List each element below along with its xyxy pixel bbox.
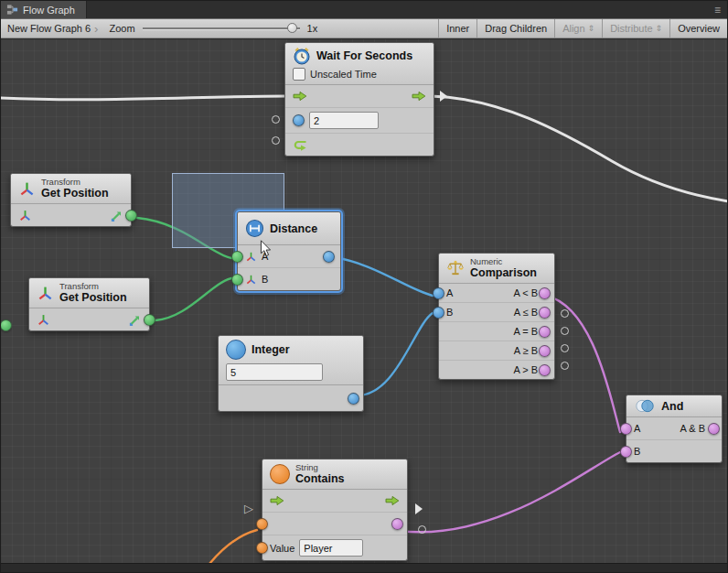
- a-gt-b-port[interactable]: [539, 364, 551, 376]
- window-title: Flow Graph: [23, 5, 75, 16]
- position-output-port[interactable]: [144, 314, 155, 326]
- unscaled-time-checkbox[interactable]: Unscaled Time: [293, 68, 426, 81]
- bottom-strip: [1, 563, 727, 572]
- node-category: Transform: [41, 178, 109, 187]
- flow-in-port-icon[interactable]: [293, 91, 307, 102]
- wire-boolean-contains: [400, 452, 620, 532]
- a-lt-b-port[interactable]: [539, 287, 551, 299]
- seconds-input[interactable]: [309, 112, 379, 129]
- unconnected-ring[interactable]: [561, 309, 569, 318]
- flow-wire-arrow-icon: [415, 503, 423, 514]
- value-input[interactable]: [299, 539, 363, 557]
- distribute-button[interactable]: Distribute⇕: [602, 19, 669, 38]
- seconds-port[interactable]: [293, 114, 305, 126]
- comparison-input-a-port[interactable]: [433, 287, 444, 299]
- zoom-slider[interactable]: [143, 19, 300, 38]
- wire-number-integer: [356, 313, 433, 395]
- distance-output-port[interactable]: [323, 251, 335, 263]
- position-output-port[interactable]: [125, 210, 137, 222]
- flow-graph-icon: [6, 4, 18, 16]
- node-title: Wait For Seconds: [316, 49, 412, 62]
- distribute-dropdown-icon: ⇕: [656, 25, 663, 33]
- wire-number-distance: [330, 256, 433, 296]
- a-eq-b-port[interactable]: [539, 326, 551, 338]
- integer-output-port[interactable]: [348, 393, 359, 405]
- node-title: Get Position: [59, 291, 127, 304]
- node-wait-for-seconds[interactable]: Wait For Seconds Unscaled Time: [284, 42, 434, 157]
- wire-vector-bottom: [155, 278, 231, 320]
- breadcrumb[interactable]: New Flow Graph 6: [1, 23, 94, 34]
- value-label: Value: [270, 543, 294, 554]
- unconnected-ring[interactable]: [561, 362, 569, 370]
- zoom-slider-handle[interactable]: [287, 23, 297, 33]
- node-and[interactable]: And A A & B B: [626, 395, 723, 463]
- transform-input-icon[interactable]: [37, 313, 50, 327]
- flow-out-port-icon[interactable]: [412, 91, 426, 102]
- wire-flow-in: [1, 96, 288, 100]
- distance-input-b-port[interactable]: [231, 274, 243, 286]
- flow-in-port-icon[interactable]: [270, 495, 284, 506]
- vector-output-icon: [128, 313, 142, 327]
- and-input-b-port[interactable]: [620, 446, 632, 458]
- unconnected-ring[interactable]: [272, 136, 280, 145]
- string-target-port[interactable]: [256, 518, 268, 530]
- node-distance[interactable]: Distance A B: [237, 211, 341, 291]
- unconnected-ring[interactable]: [561, 327, 569, 335]
- return-flow-port-icon[interactable]: [293, 139, 307, 151]
- a-lte-b-port[interactable]: [539, 307, 551, 319]
- node-category: Numeric: [470, 257, 537, 266]
- mouse-cursor: [260, 240, 272, 258]
- wire-boolean-comparison: [546, 296, 620, 432]
- comparison-input-b-port[interactable]: [433, 307, 444, 319]
- contains-output-port[interactable]: [391, 518, 403, 530]
- and-input-a-port[interactable]: [620, 423, 632, 435]
- value-input-port[interactable]: [256, 542, 268, 554]
- node-title: Integer: [252, 343, 290, 356]
- venn-icon: [634, 399, 656, 413]
- vector-icon: [245, 274, 257, 286]
- node-integer[interactable]: Integer: [218, 335, 364, 412]
- unconnected-ring[interactable]: [561, 344, 569, 352]
- integer-icon: [226, 340, 246, 360]
- node-get-position-bottom[interactable]: Transform Get Position: [28, 277, 150, 331]
- flow-out-port-icon[interactable]: [385, 495, 400, 506]
- distance-input-a-port[interactable]: [231, 251, 243, 263]
- node-title: Comparison: [470, 266, 537, 279]
- flow-wire-arrow-icon: [440, 91, 447, 102]
- unconnected-ring[interactable]: [418, 525, 426, 534]
- graph-toolbar: New Flow Graph 6 › Zoom 1x Inner Drag Ch…: [1, 18, 727, 38]
- wire-string-bottom: [206, 530, 257, 563]
- transform-input-icon[interactable]: [18, 209, 32, 222]
- drag-children-button[interactable]: Drag Children: [476, 19, 554, 38]
- node-numeric-comparison[interactable]: Numeric Comparison A A < B B A ≤ B A = B: [438, 253, 555, 380]
- tab-flow-graph[interactable]: Flow Graph: [1, 1, 87, 18]
- graph-canvas[interactable]: Wait For Seconds Unscaled Time: [1, 38, 727, 563]
- and-output-port[interactable]: [708, 423, 720, 435]
- stray-vector-port[interactable]: [1, 319, 12, 331]
- integer-value-input[interactable]: [226, 363, 323, 381]
- a-gte-b-port[interactable]: [539, 345, 551, 357]
- scales-icon: [446, 259, 465, 277]
- align-dropdown-icon: ⇕: [588, 25, 595, 33]
- wire-flow-out: [431, 96, 727, 201]
- node-get-position-top[interactable]: Transform Get Position: [10, 173, 132, 227]
- input-a-label: A: [446, 287, 453, 298]
- breadcrumb-chevron-icon: ›: [94, 22, 107, 36]
- checkbox-box[interactable]: [293, 68, 305, 81]
- string-icon: [270, 464, 290, 484]
- window-menu-icon[interactable]: ≡: [714, 4, 721, 16]
- node-title: And: [661, 400, 683, 413]
- node-string-contains[interactable]: String Contains Value: [262, 459, 408, 561]
- distance-icon: [245, 219, 264, 238]
- zoom-value: 1x: [300, 23, 327, 34]
- node-title: Distance: [270, 222, 317, 235]
- input-b-label: B: [262, 274, 268, 285]
- inner-button[interactable]: Inner: [438, 19, 476, 38]
- node-title: Contains: [295, 472, 344, 485]
- overview-button[interactable]: Overview: [669, 19, 727, 38]
- flow-graph-window: Flow Graph ≡ New Flow Graph 6 › Zoom 1x …: [0, 0, 728, 573]
- unconnected-ring[interactable]: [272, 115, 280, 124]
- align-button[interactable]: Align⇕: [554, 19, 602, 38]
- node-category: String: [295, 463, 344, 472]
- node-category: Transform: [59, 282, 127, 291]
